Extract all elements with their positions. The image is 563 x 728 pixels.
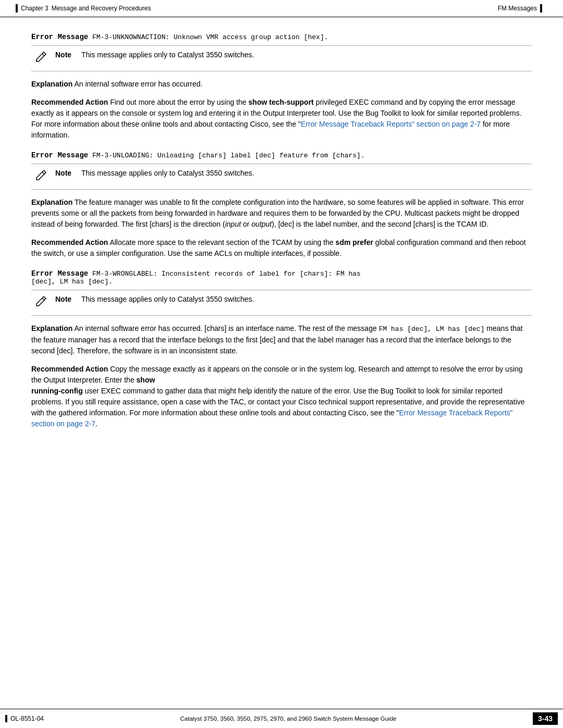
note-box-3: Note This message applies only to Cataly… — [31, 290, 532, 316]
show-bold: show — [137, 376, 155, 384]
running-config-bold: running-config — [31, 387, 83, 395]
sdm-prefer: sdm prefer — [336, 238, 373, 246]
recommended-label-2: Recommended Action — [31, 238, 108, 246]
note-box-2: Note This message applies only to Cataly… — [31, 164, 532, 190]
error-code-3b: [dec], LM has [dec]. — [31, 278, 113, 286]
section-title: FM Messages — [498, 5, 537, 12]
recommended-text-3c: . — [95, 419, 97, 428]
error-block-wronglabel: Error Message FM-3-WRONGLABEL: Inconsist… — [31, 269, 532, 429]
svg-line-0 — [38, 56, 40, 58]
recommended-2: Recommended Action Allocate more space t… — [31, 237, 532, 259]
chapter-label: Chapter 3 — [21, 5, 48, 12]
recommended-3: Recommended Action Copy the message exac… — [31, 364, 532, 429]
error-label-3: Error Message — [31, 269, 88, 278]
explanation-2: Explanation The feature manager was unab… — [31, 197, 532, 230]
footer-center: Catalyst 3750, 3560, 3550, 2975, 2970, a… — [180, 715, 397, 722]
chapter-title: Message and Recovery Procedures — [52, 5, 151, 12]
error-label-2: Error Message — [31, 151, 88, 159]
explanation-label-1: Explanation — [31, 80, 72, 88]
note-label-2: Note — [55, 169, 76, 177]
explanation-3: Explanation An internal software error h… — [31, 323, 532, 356]
footer-left: OL-8551-04 — [5, 715, 44, 722]
note-box-1: Note This message applies only to Cataly… — [31, 45, 532, 71]
link-traceback-1[interactable]: Error Message Traceback Reports" section… — [301, 120, 481, 128]
note-label-1: Note — [55, 51, 76, 59]
error-block-unknownaction: Error Message FM-3-UNKNOWNACTION: Unknow… — [31, 33, 532, 141]
note-text-3: This message applies only to Catalyst 35… — [81, 295, 254, 303]
error-message-unloading: Error Message FM-3-UNLOADING: Unloading … — [31, 151, 532, 159]
recommended-1: Recommended Action Find out more about t… — [31, 97, 532, 141]
note-pencil-icon-3 — [31, 294, 50, 312]
note-text-2: This message applies only to Catalyst 35… — [81, 169, 254, 177]
footer-doc-title: Catalyst 3750, 3560, 3550, 2975, 2970, a… — [180, 715, 397, 722]
recommended-text-1: Find out more about the error by using t… — [110, 98, 248, 106]
error-message-unknownaction: Error Message FM-3-UNKNOWNACTION: Unknow… — [31, 33, 532, 41]
note-pencil-icon-2 — [31, 168, 50, 186]
explanation-text-1: An internal software error has occurred. — [74, 80, 202, 88]
explanation-text-2: The feature manager was unable to fit th… — [31, 198, 524, 228]
page-header: Chapter 3 Message and Recovery Procedure… — [0, 0, 563, 17]
header-bar-left — [16, 4, 18, 13]
page-footer: OL-8551-04 Catalyst 3750, 3560, 3550, 29… — [0, 709, 563, 728]
explanation-label-2: Explanation — [31, 198, 72, 206]
explanation-1: Explanation An internal software error h… — [31, 79, 532, 90]
header-bar-right — [540, 4, 542, 13]
explanation-text-3: An internal software error has occurred.… — [31, 324, 523, 355]
show-tech-support: show tech-support — [249, 98, 314, 106]
main-content: Error Message FM-3-UNKNOWNACTION: Unknow… — [0, 17, 563, 471]
recommended-label-3: Recommended Action — [31, 365, 108, 373]
error-code-1: FM-3-UNKNOWNACTION: Unknown VMR access g… — [92, 33, 328, 41]
svg-line-1 — [38, 174, 40, 176]
recommended-text-2: Allocate more space to the relevant sect… — [109, 238, 335, 246]
error-code-2: FM-3-UNLOADING: Unloading [chars] label … — [92, 152, 365, 159]
error-message-wronglabel: Error Message FM-3-WRONGLABEL: Inconsist… — [31, 269, 532, 286]
header-right: FM Messages — [498, 4, 542, 13]
note-text-1: This message applies only to Catalyst 35… — [81, 51, 254, 59]
error-block-unloading: Error Message FM-3-UNLOADING: Unloading … — [31, 151, 532, 259]
note-pencil-icon-1 — [31, 50, 50, 68]
note-label-3: Note — [55, 295, 76, 303]
recommended-label-1: Recommended Action — [31, 98, 108, 106]
explanation-label-3: Explanation — [31, 324, 72, 332]
svg-line-2 — [38, 300, 40, 302]
error-label-1: Error Message — [31, 33, 88, 41]
header-left: Chapter 3 Message and Recovery Procedure… — [16, 4, 151, 13]
doc-number: OL-8551-04 — [10, 715, 44, 722]
page-number: 3-43 — [533, 712, 558, 725]
footer-bar — [5, 715, 7, 722]
error-code-3a: FM-3-WRONGLABEL: Inconsistent records of… — [92, 270, 361, 278]
